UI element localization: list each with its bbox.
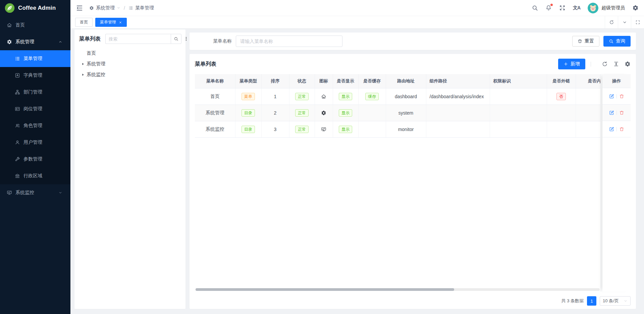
list-icon <box>15 56 20 61</box>
menu-name-input[interactable] <box>236 36 342 47</box>
collapse-sidebar-icon[interactable] <box>76 4 83 12</box>
tree-node[interactable]: 系统管理 <box>76 59 183 69</box>
tab-close-icon[interactable] <box>119 21 122 24</box>
tree-search <box>105 34 181 44</box>
search-button[interactable]: 查询 <box>603 36 631 47</box>
idcard-icon <box>15 106 20 112</box>
sidebar-item[interactable]: 系统监控 <box>0 184 70 201</box>
delete-trash-icon[interactable] <box>619 94 624 99</box>
sidebar-item[interactable]: 系统管理 <box>0 34 70 50</box>
breadcrumb-label: 系统管理 <box>96 5 115 11</box>
table-title: 菜单列表 <box>195 61 216 68</box>
table-cell: 目录 <box>235 105 261 121</box>
breadcrumb-item[interactable]: 菜单管理 <box>128 5 154 11</box>
refresh-table-icon[interactable] <box>602 61 608 67</box>
table-cell <box>576 88 600 105</box>
sidebar: Coffee Admin 首页系统管理菜单管理字典管理部门管理岗位管理角色管理用… <box>0 0 70 314</box>
wrench-icon <box>15 156 20 162</box>
page-size-value: 10 条/页 <box>603 298 619 304</box>
edit-icon[interactable] <box>609 110 614 115</box>
breadcrumb-item[interactable]: 系统管理 <box>89 5 120 11</box>
tree-node[interactable]: 系统监控 <box>76 69 183 80</box>
table-cell: 显示 <box>333 105 358 121</box>
sidebar-subitem[interactable]: 菜单管理 <box>0 50 70 67</box>
settings-gear-icon[interactable] <box>632 5 639 11</box>
breadcrumb-separator: / <box>124 5 125 11</box>
sidebar-subitem-label: 岗位管理 <box>23 106 42 112</box>
table-cell: /dashboard/analysis/index <box>426 88 490 105</box>
translate-icon[interactable]: 文A <box>573 5 580 11</box>
sidebar-menu: 首页系统管理菜单管理字典管理部门管理岗位管理角色管理用户管理参数管理行政区域系统… <box>0 17 70 201</box>
table-cell: 显示 <box>333 88 358 105</box>
tree-more-kebab-icon[interactable] <box>183 34 189 44</box>
delete-trash-icon[interactable] <box>619 127 624 132</box>
table-cell: 缓存 <box>358 88 386 105</box>
table-cell: 否 <box>547 88 576 105</box>
sidebar-subitem[interactable]: 参数管理 <box>0 151 70 168</box>
edit-icon[interactable] <box>609 94 614 99</box>
column-settings-gear-icon[interactable] <box>625 61 631 67</box>
add-button[interactable]: 新增 <box>558 59 585 69</box>
refresh-page-icon[interactable] <box>605 16 618 28</box>
search-icon[interactable] <box>532 5 538 11</box>
user-menu[interactable]: 超级管理员 <box>588 3 625 13</box>
sidebar-subitem-label: 角色管理 <box>23 123 42 129</box>
column-header: 组件路径 <box>426 74 490 88</box>
fullscreen-icon[interactable] <box>559 5 566 11</box>
notifications-bell-icon[interactable] <box>545 5 552 11</box>
monitor-icon <box>321 127 326 132</box>
column-header: 菜单类型 <box>235 74 261 88</box>
page-size-select[interactable]: 10 条/页 <box>600 296 631 306</box>
sidebar-subitem[interactable]: 行政区域 <box>0 168 70 184</box>
column-header: 排序 <box>261 74 289 88</box>
tree-panel-header: 菜单列表 <box>74 29 185 47</box>
table-cell: 菜单 <box>235 88 261 105</box>
table-cell: 显示 <box>333 121 358 137</box>
status-tag: 菜单 <box>241 93 255 100</box>
caret-right-icon[interactable] <box>80 62 85 66</box>
reset-button-label: 重置 <box>585 38 594 44</box>
delete-trash-icon[interactable] <box>619 110 624 115</box>
table-row: 首页菜单1正常显示缓存dashboard/dashboard/analysis/… <box>195 88 600 105</box>
sidebar-item[interactable]: 首页 <box>0 17 70 34</box>
column-header: 是否外链 <box>547 74 576 88</box>
tab[interactable]: 首页 <box>75 18 93 27</box>
horizontal-scrollbar-thumb[interactable] <box>196 288 454 291</box>
sidebar-subitem[interactable]: 用户管理 <box>0 134 70 151</box>
dict-icon <box>15 73 20 78</box>
sidebar-subitem-label: 用户管理 <box>23 139 42 145</box>
table-cell: 系统监控 <box>195 121 235 137</box>
sidebar-subitem-label: 部门管理 <box>23 89 42 95</box>
tab-bar: 首页菜单管理 <box>70 16 644 29</box>
table-cell <box>315 105 333 121</box>
sidebar-subitem[interactable]: 角色管理 <box>0 117 70 134</box>
menu-table-card: 菜单列表 新增 菜单名称菜单类型排序状态图标是否显示是否缓存路由地址组件路径权限… <box>190 54 636 309</box>
trash-icon <box>578 39 582 44</box>
tab[interactable]: 菜单管理 <box>95 18 127 27</box>
tree-search-input[interactable] <box>105 34 171 44</box>
edit-icon[interactable] <box>609 127 614 132</box>
sidebar-subitem-label: 参数管理 <box>23 156 42 162</box>
reset-button[interactable]: 重置 <box>572 36 599 47</box>
tree-search-button[interactable] <box>171 34 181 44</box>
caret-right-icon[interactable] <box>80 72 85 77</box>
maximize-content-icon[interactable] <box>631 16 644 28</box>
table-cell: system <box>386 105 426 121</box>
query-actions: 重置 查询 <box>572 36 631 47</box>
horizontal-scrollbar-track <box>196 288 600 291</box>
table-cell: 正常 <box>289 121 315 137</box>
column-header: 是否缓存 <box>358 74 386 88</box>
table-cell: 系统管理 <box>195 105 235 121</box>
table-cell <box>315 121 333 137</box>
status-tag: 正常 <box>295 126 309 133</box>
column-header: 菜单名称 <box>195 74 235 88</box>
sidebar-subitem[interactable]: 字典管理 <box>0 67 70 84</box>
page-number-button[interactable]: 1 <box>587 296 596 306</box>
status-tag: 目录 <box>241 126 255 133</box>
sidebar-subitem[interactable]: 岗位管理 <box>0 101 70 117</box>
tree-node[interactable]: 首页 <box>76 48 183 59</box>
sidebar-subitem[interactable]: 部门管理 <box>0 84 70 101</box>
tab-options-chevron-icon[interactable] <box>618 16 631 28</box>
sidebar-item-label: 系统监控 <box>15 190 34 196</box>
row-density-icon[interactable] <box>613 61 619 67</box>
